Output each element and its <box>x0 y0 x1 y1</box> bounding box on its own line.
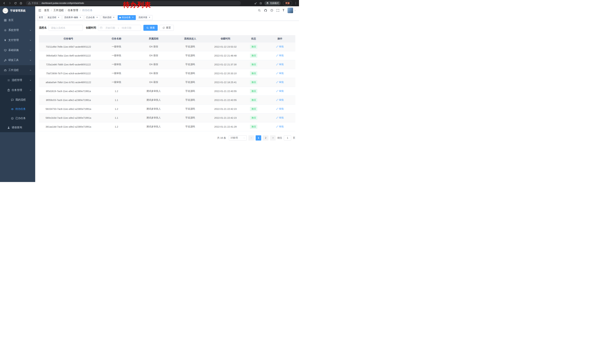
sidebar-item-payment[interactable]: ¥ 支付管理 <box>0 35 35 45</box>
sidebar-item-devtools[interactable]: 研发工具 <box>0 55 35 65</box>
fullscreen-icon[interactable] <box>276 9 279 12</box>
search-button[interactable]: 搜索 <box>143 25 158 31</box>
tab[interactable]: 我的流程 × <box>101 15 117 20</box>
home-icon[interactable] <box>18 1 23 6</box>
approve-link[interactable]: 审批 <box>276 81 284 84</box>
back-icon[interactable] <box>2 1 7 6</box>
font-size-icon[interactable]: T <box>282 9 284 12</box>
tab[interactable]: 流程详情 × <box>137 15 152 20</box>
cell-process: 测试多审批人 <box>135 96 172 105</box>
tab-label: 流程表单-编辑 <box>64 16 78 19</box>
help-icon[interactable] <box>270 9 273 12</box>
bookmark-star-icon[interactable] <box>259 2 262 5</box>
approve-link[interactable]: 审批 <box>276 63 284 66</box>
start-date-input[interactable] <box>103 26 117 29</box>
sidebar-item-system[interactable]: 系统管理 <box>0 25 35 35</box>
approve-link[interactable]: 审批 <box>276 54 284 57</box>
tab[interactable]: 待办任务 × <box>118 15 136 20</box>
sidebar-item-label: 待办任务 <box>15 107 26 111</box>
table-row: 8f0d1619-7ac8-11ec-a9e2-a2380e71991a 1.2… <box>39 87 295 96</box>
sidebar-item-done-task[interactable]: 已办任务 <box>0 114 35 123</box>
page-number-button[interactable]: 2 <box>263 135 268 140</box>
approve-link[interactable]: 审批 <box>276 89 284 93</box>
breadcrumb-home[interactable]: 首页 <box>44 9 49 12</box>
close-icon[interactable]: × <box>132 16 134 19</box>
chat-icon <box>11 98 14 101</box>
breadcrumb-task-mgmt[interactable]: 任务管理 <box>68 9 78 12</box>
refresh-icon[interactable] <box>13 1 18 6</box>
close-icon[interactable]: × <box>112 16 115 19</box>
person-icon <box>7 126 10 129</box>
monitor-icon <box>4 49 7 52</box>
cell-process: OA 请假 <box>135 42 172 51</box>
approve-link[interactable]: 审批 <box>276 98 284 102</box>
url-text: dashboard.yudao.iocoder.cn/bpm/task/todo <box>42 2 84 4</box>
cell-created-time: 2022-01-22 23:53:32 <box>208 42 243 51</box>
cell-process: OA 请假 <box>135 60 172 69</box>
cell-task-id: 381aa1dd-7ac8-11ec-a9e2-a2380e71991a <box>39 122 98 131</box>
sidebar-item-task-mgmt[interactable]: 任务管理 <box>0 85 35 95</box>
sidebar-item-process-mgmt[interactable]: 流程管理 <box>0 75 35 85</box>
approve-link-label: 审批 <box>279 116 284 119</box>
forward-icon[interactable] <box>8 1 12 6</box>
sidebar-toggle-icon[interactable] <box>38 9 42 12</box>
cell-initiator: 芋道源码 <box>172 122 208 131</box>
search-icon[interactable] <box>258 9 261 12</box>
end-date-input[interactable] <box>119 26 133 29</box>
briefcase-icon <box>4 69 7 72</box>
date-range-picker[interactable]: - <box>98 25 141 31</box>
reset-button[interactable]: 重置 <box>159 25 174 31</box>
process-name-input[interactable] <box>49 25 83 31</box>
next-page-button[interactable] <box>270 135 276 140</box>
chevron-down-icon <box>29 49 32 51</box>
active-dot-icon <box>119 17 121 18</box>
approve-link[interactable]: 审批 <box>276 72 284 75</box>
sidebar-item-label: 基础设施 <box>8 49 19 52</box>
page-size-select[interactable]: 10条/页 <box>229 135 247 140</box>
sidebar-item-leave-query[interactable]: 请假查询 <box>0 123 35 132</box>
cell-task-id: 8f059c03-7ac8-11ec-a9e2-a2380e71991a <box>39 96 98 105</box>
app-logo[interactable]: 芋道管理系统 <box>0 6 35 15</box>
sidebar-item-todo-task[interactable]: 待办任务 <box>0 105 35 114</box>
close-icon[interactable]: × <box>148 16 151 19</box>
pencil-icon <box>276 90 278 92</box>
sidebar-item-my-process[interactable]: 我的流程 <box>0 95 35 105</box>
close-icon[interactable]: × <box>79 16 82 19</box>
status-badge: 激活 <box>250 54 257 58</box>
approve-link[interactable]: 审批 <box>276 125 284 128</box>
browser-menu-icon[interactable]: ⋮ <box>294 1 297 5</box>
sidebar-item-label: 已办任务 <box>15 117 26 120</box>
chevron-down-icon <box>294 9 296 11</box>
approve-link[interactable]: 审批 <box>276 45 284 48</box>
user-menu[interactable] <box>288 8 296 13</box>
cell-task-name: 1.2 <box>98 87 135 96</box>
github-icon[interactable] <box>264 9 267 12</box>
address-separator <box>40 2 40 4</box>
sidebar-item-label: 流程管理 <box>12 79 22 82</box>
goto-page-input[interactable] <box>284 135 291 140</box>
close-icon[interactable]: × <box>96 16 98 19</box>
approve-link[interactable]: 审批 <box>276 116 284 119</box>
tab[interactable]: 已办任务 × <box>84 15 100 20</box>
cell-process: OA 请假 <box>135 69 172 78</box>
sidebar-item-label: 工作流程 <box>8 68 19 72</box>
update-button[interactable]: 更新 <box>283 1 292 6</box>
close-icon[interactable]: × <box>57 16 60 19</box>
eye-icon <box>11 108 14 111</box>
pencil-icon <box>276 63 278 65</box>
tab[interactable]: 流程表单-编辑 × <box>62 15 83 20</box>
sidebar-item-infra[interactable]: 基础设施 <box>0 45 35 55</box>
tab[interactable]: 发起流程 × <box>46 15 61 20</box>
cell-process: 测试多审批人 <box>135 122 172 131</box>
prev-page-button[interactable] <box>249 135 254 140</box>
breadcrumb-workflow[interactable]: 工作流程 <box>53 9 64 12</box>
sidebar-item-workflow[interactable]: 工作流程 <box>0 65 35 75</box>
tab[interactable]: 首页 × <box>37 15 45 20</box>
sidebar-item-home[interactable]: 首页 <box>0 15 35 25</box>
cell-created-time: 2022-01-22 21:37:30 <box>208 60 243 69</box>
page-number-button[interactable]: 1 <box>256 135 261 140</box>
approve-link[interactable]: 审批 <box>276 107 284 111</box>
chevron-up-icon <box>29 89 32 91</box>
key-icon[interactable] <box>254 2 257 5</box>
yen-icon: ¥ <box>4 39 7 42</box>
